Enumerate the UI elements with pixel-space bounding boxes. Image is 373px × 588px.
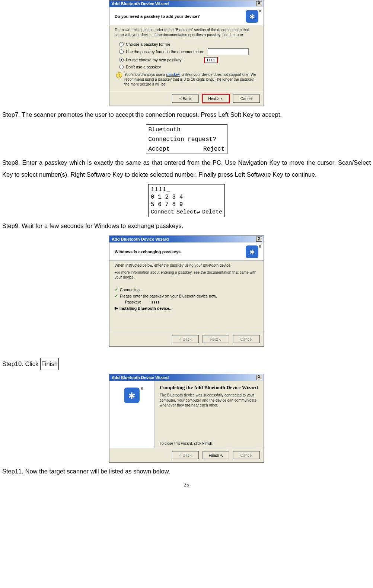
- cancel-button: Cancel: [233, 451, 260, 459]
- lcd-row[interactable]: 0 1 2 3 4: [151, 193, 222, 201]
- dialog-header: Do you need a passkey to add your device…: [109, 7, 264, 25]
- cancel-button[interactable]: Cancel: [233, 94, 260, 103]
- title-text: Add Bluetooth Device Wizard: [112, 237, 169, 241]
- radio-own-passkey[interactable]: Let me choose my own passkey: 1111: [119, 57, 258, 63]
- cursor-icon: ↖: [220, 97, 224, 102]
- cursor-icon: ↖: [220, 453, 223, 458]
- info-icon: !: [116, 72, 122, 78]
- close-icon[interactable]: X: [256, 375, 262, 380]
- step9-text: Step9. Wait for a few seconds for Window…: [2, 220, 371, 232]
- step10-text: Step10. Click Finish: [2, 358, 371, 370]
- scanner-screen-connection: Bluetooth Connection request? Accept Rej…: [146, 124, 227, 154]
- titlebar[interactable]: Add Bluetooth Device Wizard X: [109, 236, 264, 242]
- bluetooth-icon: ∗®: [246, 245, 258, 258]
- lcd-line: Bluetooth: [149, 126, 225, 134]
- titlebar[interactable]: Add Bluetooth Device Wizard X: [109, 0, 264, 7]
- titlebar[interactable]: Add Bluetooth Device Wizard X: [109, 374, 264, 381]
- radio-icon[interactable]: [119, 58, 124, 62]
- instr-text: When instructed below, enter the passkey…: [115, 263, 258, 268]
- radio-icon[interactable]: [119, 42, 124, 46]
- radio-no-passkey[interactable]: Don't use a passkey: [119, 65, 258, 69]
- status-connecting: ✓Connecting...: [115, 287, 258, 292]
- cursor-icon: ↖: [219, 338, 222, 343]
- arrow-icon: ▶: [115, 306, 118, 311]
- dialog-heading: Do you need a passkey to add your device…: [115, 14, 200, 19]
- step8-text: Step8. Enter a passkey which is exactly …: [2, 157, 371, 180]
- bluetooth-icon: ∗®: [124, 388, 140, 403]
- radio-icon[interactable]: [119, 49, 124, 54]
- passkey-row: Passkey: 1111: [125, 300, 258, 304]
- own-passkey-input[interactable]: 1111: [205, 57, 217, 63]
- step7-text: Step7. The scanner promotes the user to …: [2, 109, 371, 121]
- softkey-select[interactable]: Select↵: [176, 209, 200, 216]
- next-button[interactable]: Next > ↖: [203, 94, 229, 103]
- check-icon: ✓: [115, 287, 118, 292]
- dialog-heading: Windows is exchanging passkeys.: [115, 250, 182, 254]
- complete-body: The Bluetooth device was successfully co…: [160, 393, 258, 408]
- dialog-header: Windows is exchanging passkeys. ∗®: [109, 242, 264, 261]
- back-button: < Back: [172, 335, 199, 343]
- wizard-exchange-dialog: Add Bluetooth Device Wizard X Windows is…: [109, 235, 264, 347]
- passkey-value: 1111: [152, 300, 160, 304]
- info-row: ! You should always use a passkey, unles…: [116, 72, 258, 87]
- title-text: Add Bluetooth Device Wizard: [112, 1, 169, 6]
- back-button: < Back: [172, 451, 199, 459]
- close-icon[interactable]: X: [256, 237, 262, 242]
- scanner-screen-passkey: 1111_ 0 1 2 3 4 5 6 7 8 9 Connect Select…: [148, 184, 225, 217]
- wizard-passkey-dialog: Add Bluetooth Device Wizard X Do you nee…: [109, 0, 264, 106]
- wizard-complete-dialog: Add Bluetooth Device Wizard X ∗® Complet…: [109, 374, 264, 463]
- moreinfo-text: For more information about entering a pa…: [115, 270, 258, 280]
- close-instruction: To close this wizard, click Finish.: [160, 441, 258, 446]
- radio-icon[interactable]: [119, 65, 124, 69]
- radio-choose-for-me[interactable]: Choose a passkey for me: [119, 42, 258, 46]
- info-text: You should always use a passkey, unless …: [124, 72, 258, 87]
- own-passkey-highlight: 1111: [204, 57, 218, 63]
- softkey-reject[interactable]: Reject: [203, 145, 225, 153]
- bluetooth-icon: ∗ ®: [246, 10, 258, 23]
- step11-text: Step11. Now the target scanner will be l…: [2, 466, 371, 477]
- finish-box: Finish: [40, 358, 59, 370]
- close-icon[interactable]: X: [256, 1, 262, 6]
- finish-button[interactable]: Finish ↖: [203, 451, 229, 459]
- lcd-entry[interactable]: 1111_: [151, 186, 222, 193]
- complete-heading: Completing the Add Bluetooth Device Wiza…: [160, 385, 258, 391]
- status-enter-passkey: ✓Please enter the passkey on your Blueto…: [115, 293, 258, 298]
- next-button: Next ↖: [203, 335, 229, 343]
- check-icon: ✓: [115, 293, 118, 298]
- dialog-side-art: ∗®: [109, 381, 154, 448]
- cancel-button: Cancel: [233, 335, 260, 343]
- softkey-delete[interactable]: Delete: [202, 209, 222, 216]
- softkey-accept[interactable]: Accept: [149, 145, 170, 153]
- title-text: Add Bluetooth Device Wizard: [112, 375, 169, 380]
- passkey-link[interactable]: passkey: [166, 73, 180, 77]
- back-button[interactable]: < Back: [172, 94, 199, 103]
- radio-doc-passkey[interactable]: Use the passkey found in the documentati…: [119, 48, 258, 55]
- lcd-row[interactable]: 5 6 7 8 9: [151, 201, 222, 208]
- status-installing: ▶Installing Bluetooth device...: [115, 306, 258, 311]
- doc-passkey-input[interactable]: [208, 48, 249, 55]
- page-number: 25: [2, 482, 371, 488]
- hint-text: To answer this question, refer to the "B…: [115, 28, 258, 37]
- softkey-connect[interactable]: Connect: [151, 209, 174, 216]
- lcd-line: Connection request?: [149, 136, 225, 143]
